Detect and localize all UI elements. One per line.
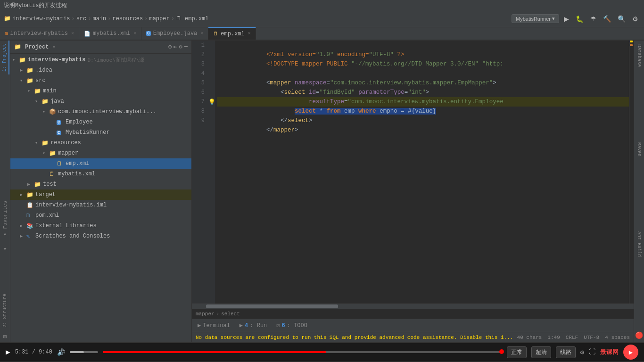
run-config-button[interactable]: MybatisRunner ▾ — [512, 14, 559, 23]
structure-toggle[interactable]: 2: Structure — [1, 291, 9, 330]
scroll-thumb-h[interactable] — [206, 304, 338, 308]
tree-mapper[interactable]: ▾ 📁 mapper — [10, 148, 191, 158]
settings-button[interactable]: ⚙ — [630, 14, 640, 24]
debug-button[interactable]: 🐛 — [574, 14, 586, 24]
todo-tab[interactable]: ☑ 6 : TODO — [274, 321, 309, 330]
toolbar-path: 📁 interview-mybatis › src › main › resou… — [4, 15, 510, 22]
close-tab-employee[interactable]: × — [200, 31, 203, 36]
mybatis-xml-label: mybatis.xml — [58, 171, 95, 177]
tab-label-mybatis-xml: mybatis.xml — [93, 30, 130, 37]
coverage-button[interactable]: ☂ — [588, 14, 598, 24]
tab-icon-m: m — [5, 31, 8, 36]
path-part-4: resources — [112, 16, 143, 22]
content-area: 1: Project ★ Favorites ★ 2: Structure ⊞ … — [0, 41, 644, 342]
video-progress-bar[interactable] — [103, 351, 502, 353]
line-btn[interactable]: 线路 — [556, 346, 576, 358]
terminal-tab[interactable]: ▶ Terminal — [196, 321, 232, 330]
tree-emp-xml[interactable]: 🗒 emp.xml — [10, 158, 191, 169]
next-video-button[interactable]: ▶ — [623, 345, 638, 360]
tree-mybatis-xml[interactable]: 🗒 mybatis.xml — [10, 169, 191, 179]
tree-java[interactable]: ▾ 📁 java — [10, 96, 191, 107]
run-tab[interactable]: ▶ 4 : Run — [238, 321, 269, 330]
project-dropdown-arrow[interactable]: ▾ — [52, 44, 55, 50]
run-button[interactable]: ▶ — [562, 14, 571, 24]
quality-hd-btn[interactable]: 超清 — [531, 346, 551, 358]
search-button[interactable]: 🔍 — [616, 14, 627, 24]
path-part-3: main — [92, 16, 106, 22]
tab-label-employee: Employee.java — [153, 30, 198, 37]
project-header-icons: ⊕ ⇤ ⚙ — — [168, 43, 188, 50]
editor-area[interactable]: 1 2 3 4 5 6 7 8 9 💡 — [192, 41, 634, 319]
settings-gear-icon[interactable]: ⚙ — [179, 43, 182, 50]
tree-pom[interactable]: m pom.xml — [10, 210, 191, 221]
tab-mybatis-xml[interactable]: 📄 mybatis.xml × — [79, 27, 141, 40]
linenum-5: 5 — [192, 78, 208, 88]
tree-com-package[interactable]: ▾ 📦 com.imooc.interview.mybati... — [10, 107, 191, 117]
close-panel-icon[interactable]: — — [184, 43, 188, 50]
tree-root[interactable]: ▾ 📁 interview-mybatis D:\imooc\面试课程\源 — [10, 55, 191, 65]
video-progress-fill — [103, 351, 326, 353]
path-part-6: 🗒 emp.xml — [176, 15, 209, 22]
tab-icon-emp-xml: 🗒 — [213, 31, 218, 37]
build-button[interactable]: 🔨 — [601, 14, 613, 24]
tree-external-libs[interactable]: ▶ 📚 External Libraries — [10, 221, 191, 231]
tab-employee-java[interactable]: C Employee.java × — [141, 27, 208, 40]
volume-slider[interactable] — [70, 351, 98, 353]
root-path: D:\imooc\面试课程\源 — [87, 57, 144, 64]
tree-iml[interactable]: 📋 interview-mybatis.iml — [10, 200, 191, 210]
linenum-6: 6 — [192, 88, 208, 97]
terminal-icon: ▶ — [198, 322, 201, 329]
quality-normal-btn[interactable]: 正常 — [507, 346, 527, 358]
todo-label: : TODO — [287, 322, 307, 329]
tree-mybatis-runner[interactable]: C MybatisRunner — [10, 127, 191, 138]
video-logo: 景课网 — [600, 348, 619, 356]
external-libs-label: External Libraries — [35, 222, 97, 229]
right-panel-icon: 🔴 — [634, 329, 644, 342]
locate-icon[interactable]: ⊕ — [168, 43, 172, 50]
tabs-bar: m interview-mybatis × 📄 mybatis.xml × C … — [0, 27, 644, 41]
collapse-all-icon[interactable]: ⇤ — [173, 43, 177, 50]
tree-main[interactable]: ▾ 📁 main — [10, 86, 191, 96]
code-lines[interactable]: <?xml version="1.0" encoding="UTF-8" ?> … — [215, 41, 634, 304]
tree-employee[interactable]: C Employee — [10, 117, 191, 127]
volume-icon[interactable]: 🔊 — [57, 348, 65, 356]
horizontal-scrollbar[interactable] — [192, 304, 634, 308]
ant-build-panel-toggle[interactable]: Ant Build — [636, 228, 643, 261]
settings-video-icon[interactable]: ⚙ — [580, 348, 584, 356]
right-sidebar: Database Maven Ant Build 🔴 — [634, 41, 644, 342]
char-count: 40 chars — [517, 335, 542, 340]
run-config-label: MybatisRunner — [516, 16, 551, 22]
project-tree: 📁 Project ▾ ⊕ ⇤ ⚙ — ▾ 📁 interview-mybati… — [10, 41, 192, 342]
close-tab-mybatis-xml[interactable]: × — [133, 31, 136, 36]
run-label: : Run — [250, 322, 267, 329]
tree-target[interactable]: ▶ 📁 target — [10, 189, 191, 200]
tab-interview-mybatis[interactable]: m interview-mybatis × — [0, 27, 79, 40]
bulb-gutter-icon[interactable]: 💡 — [208, 97, 215, 107]
code-container: 1 2 3 4 5 6 7 8 9 💡 — [192, 41, 634, 304]
tree-scratches[interactable]: ▶ ✎ Scratches and Consoles — [10, 231, 191, 241]
maven-panel-toggle[interactable]: Maven — [636, 139, 643, 160]
favorites-toggle[interactable]: ★ Favorites — [0, 198, 9, 241]
scratches-label: Scratches and Consoles — [35, 233, 110, 239]
tree-idea[interactable]: ▶ 📁 .idea — [10, 65, 191, 75]
emp-xml-label: emp.xml — [66, 160, 89, 167]
dropdown-icon: ▾ — [552, 16, 555, 22]
tree-test[interactable]: ▶ 📁 test — [10, 179, 191, 189]
editor-wrapper: 1 2 3 4 5 6 7 8 9 💡 — [192, 41, 634, 342]
fullscreen-icon[interactable]: ⛶ — [589, 348, 595, 356]
tree-src[interactable]: ▾ 📁 src — [10, 75, 191, 86]
project-panel-toggle[interactable]: 1: Project — [0, 41, 9, 74]
tree-resources[interactable]: ▾ 📁 resources — [10, 138, 191, 148]
todo-tab-num: 6 — [282, 322, 285, 329]
close-tab-emp-xml[interactable]: × — [248, 31, 251, 36]
left-side-labels: 1: Project ★ Favorites ★ 2: Structure ⊞ — [0, 41, 10, 342]
database-panel-toggle[interactable]: Database — [636, 41, 643, 71]
tab-emp-xml[interactable]: 🗒 emp.xml × — [208, 27, 256, 40]
structure-icon: ⊞ — [3, 333, 7, 340]
iml-label: interview-mybatis.iml — [35, 202, 107, 208]
video-play-button[interactable]: ▶ — [6, 347, 10, 357]
close-tab-interview-mybatis[interactable]: × — [71, 31, 74, 36]
indent-info: 4 spaces — [605, 335, 630, 340]
tab-label-interview-mybatis: interview-mybatis — [10, 30, 68, 37]
code-line-4: <mapper namespace="com.imooc.interview.m… — [217, 69, 634, 78]
